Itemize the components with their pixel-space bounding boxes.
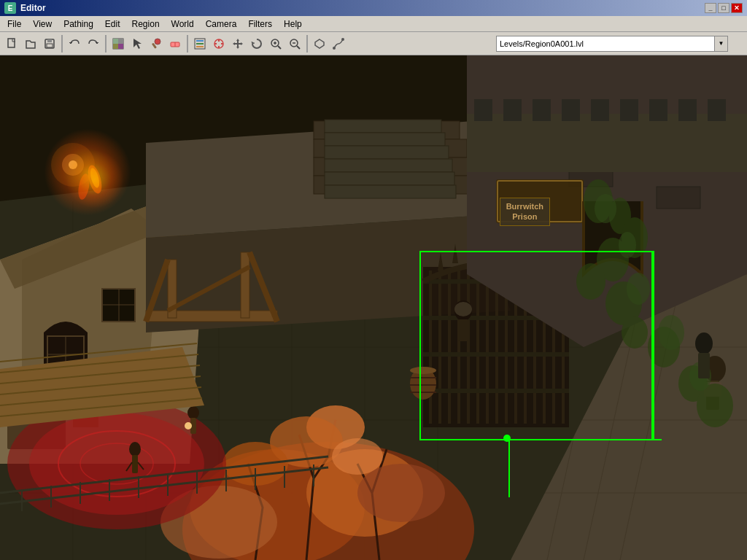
svg-point-184 [410,367,436,374]
svg-rect-3 [47,44,53,47]
svg-rect-177 [325,120,441,133]
svg-point-205 [454,302,472,316]
filter-button[interactable] [191,35,209,52]
svg-rect-125 [503,99,522,121]
svg-rect-6 [118,39,123,44]
svg-rect-164 [146,311,277,322]
svg-point-199 [619,232,636,258]
burrwitch-sign: BurrwitchPrison [500,198,550,226]
svg-rect-16 [196,43,204,44]
svg-rect-132 [708,99,726,121]
svg-rect-128 [591,99,609,121]
scene-background [0,55,747,560]
svg-marker-30 [315,39,324,48]
menu-help[interactable]: Help [278,16,308,31]
svg-point-81 [29,413,204,515]
paint-button[interactable] [147,35,165,52]
zoom-in-button[interactable] [267,35,285,52]
svg-point-10 [155,39,160,44]
svg-point-206 [695,332,713,354]
separator-4 [306,35,308,52]
svg-rect-182 [325,185,456,198]
menu-region[interactable]: Region [126,16,166,31]
svg-marker-9 [133,39,142,49]
terrain-button[interactable] [109,35,127,52]
menu-filters[interactable]: Filters [242,16,278,31]
svg-rect-2 [47,39,52,42]
level-path-input[interactable] [496,36,715,52]
title-bar: E Editor _ □ ✕ [0,0,747,16]
svg-rect-127 [562,99,580,121]
close-button[interactable]: ✕ [731,3,743,13]
menu-camera[interactable]: Camera [200,16,243,31]
toolbar: ▼ [0,32,747,55]
rotate-button[interactable] [248,35,266,52]
svg-point-154 [129,442,141,456]
svg-rect-155 [132,455,138,473]
svg-rect-180 [325,159,452,172]
svg-line-29 [297,46,300,49]
zoom-out-button[interactable] [286,35,303,52]
region-button[interactable] [311,35,328,52]
svg-point-194 [622,316,648,349]
erase-button[interactable] [166,35,184,52]
svg-point-32 [341,38,344,41]
svg-rect-7 [113,44,118,49]
minimize-button[interactable]: _ [705,3,716,13]
svg-point-201 [658,315,684,350]
snap-button[interactable] [210,35,228,52]
svg-point-200 [627,273,650,305]
viewport[interactable]: BurrwitchPrison [0,55,747,560]
svg-rect-207 [698,353,710,378]
svg-rect-204 [458,319,468,341]
move-button[interactable] [229,35,247,52]
svg-point-65 [357,464,445,522]
svg-rect-5 [113,39,118,44]
svg-rect-181 [325,172,454,185]
save-button[interactable] [41,35,58,52]
svg-rect-131 [678,99,697,121]
svg-rect-179 [325,146,449,159]
svg-point-150 [69,160,77,169]
svg-rect-124 [474,99,492,121]
separator-3 [187,35,188,52]
svg-rect-129 [620,99,638,121]
svg-point-198 [595,194,616,223]
svg-rect-166 [241,252,249,318]
app-icon: E [4,2,16,14]
separator-1 [61,35,63,52]
maximize-button[interactable]: □ [718,3,729,13]
path-button[interactable] [330,35,347,52]
svg-rect-123 [467,114,747,172]
menu-file[interactable]: File [1,16,27,31]
menu-pathing[interactable]: Pathing [58,16,99,31]
undo-button[interactable] [66,35,83,52]
svg-point-31 [333,47,336,50]
separator-2 [105,35,107,52]
window-controls: _ □ ✕ [705,3,743,13]
select-tool[interactable] [128,35,146,52]
svg-rect-0 [8,39,15,47]
svg-rect-178 [325,133,445,146]
game-scene: BurrwitchPrison [0,55,747,560]
svg-point-192 [576,263,605,300]
svg-point-160 [185,422,192,429]
svg-rect-17 [196,46,204,47]
svg-line-26 [278,46,281,49]
redo-button[interactable] [85,35,102,52]
svg-rect-130 [649,99,667,121]
svg-rect-8 [118,44,123,49]
open-button[interactable] [22,35,39,52]
path-dropdown-arrow[interactable]: ▼ [715,36,728,52]
svg-point-158 [187,406,199,419]
level-path-container: ▼ [496,36,744,52]
menu-view[interactable]: View [27,16,58,31]
app-title: Editor [20,3,705,13]
new-button[interactable] [3,35,20,52]
svg-point-64 [332,438,383,475]
menu-world[interactable]: World [166,16,200,31]
svg-rect-126 [533,99,551,121]
menu-bar: File View Pathing Edit Region World Came… [0,16,747,32]
svg-rect-122 [657,187,700,209]
menu-edit[interactable]: Edit [99,16,126,31]
